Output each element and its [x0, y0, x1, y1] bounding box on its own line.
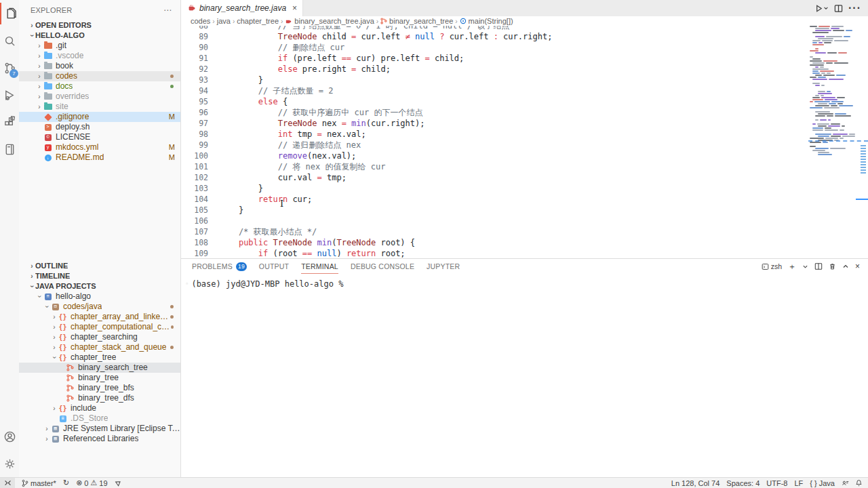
feedback-icon[interactable] — [842, 479, 849, 487]
tree-item-chapter-searching[interactable]: ›{}chapter_searching — [19, 332, 180, 342]
status-spaces-4[interactable]: Spaces: 4 — [726, 479, 760, 487]
chevron-collapsed-icon[interactable]: › — [51, 403, 58, 413]
code-line-99[interactable]: 99 // 递归删除结点 nex — [181, 140, 807, 150]
search-icon[interactable] — [0, 27, 19, 54]
breadcrumb-item-chapter-tree[interactable]: chapter_tree — [237, 17, 279, 25]
code-line-91[interactable]: 91 if (pre.left == cur) pre.left = child… — [181, 53, 807, 64]
section-java-projects[interactable]: ›JAVA PROJECTS — [19, 281, 180, 291]
code-line-104[interactable]: 104 return cur; — [181, 194, 807, 205]
status-utf-8[interactable]: UTF-8 — [766, 479, 787, 487]
chevron-expanded-icon[interactable]: › — [50, 354, 60, 361]
status-ln-128-col-74[interactable]: Ln 128, Col 74 — [671, 479, 720, 487]
breadcrumb-item-codes[interactable]: codes — [191, 17, 210, 25]
code-line-108[interactable]: 108 public TreeNode min(TreeNode root) { — [181, 237, 807, 248]
code-line-109[interactable]: 109 if (root == null) return root; — [181, 248, 807, 258]
panel-tab-problems[interactable]: PROBLEMS19 — [192, 259, 247, 274]
tab-close-icon[interactable]: × — [292, 3, 297, 13]
tree-item-binary-tree-bfs[interactable]: binary_tree_bfs — [19, 383, 180, 393]
code-line-88[interactable]: 88 // 当子结点数量 = 0 / 1 时, child = null / 该… — [181, 26, 807, 31]
panel-tab-jupyter[interactable]: JUPYTER — [427, 259, 460, 274]
chevron-expanded-icon[interactable]: › — [35, 293, 45, 300]
chevron-expanded-icon[interactable]: › — [42, 304, 52, 310]
more-actions-icon[interactable]: ··· — [848, 2, 861, 14]
tree-item-book[interactable]: ›book — [19, 61, 180, 71]
tree-item-ds-store[interactable]: ≣.DS_Store — [19, 413, 180, 424]
chevron-collapsed-icon[interactable]: › — [51, 342, 58, 352]
split-terminal-icon[interactable] — [814, 262, 823, 270]
explorer-icon[interactable] — [0, 0, 19, 27]
tree-item-jre-system-library-eclipse-temurin-17-17[interactable]: ›▤JRE System Library [Eclipse Temurin 17… — [19, 424, 180, 434]
close-panel-icon[interactable]: × — [855, 262, 860, 271]
status-lf[interactable]: LF — [794, 479, 803, 487]
chevron-collapsed-icon[interactable]: › — [36, 61, 43, 71]
tree-item-codes[interactable]: ›codes — [19, 71, 180, 81]
panel-tab-debug-console[interactable]: DEBUG CONSOLE — [351, 259, 414, 274]
chevron-collapsed-icon[interactable]: › — [51, 322, 58, 332]
tree-item-chapter-tree[interactable]: ›{}chapter_tree — [19, 352, 180, 363]
maximize-panel-icon[interactable] — [842, 263, 849, 270]
chevron-expanded-icon[interactable]: › — [27, 33, 37, 39]
tree-item-chapter-stack-and-queue[interactable]: ›{}chapter_stack_and_queue — [19, 342, 180, 352]
problems-status[interactable]: ⊗ 0 ⚠ 19 — [76, 479, 107, 487]
code-line-95[interactable]: 95 else { — [181, 96, 807, 107]
chevron-collapsed-icon[interactable]: › — [51, 312, 58, 322]
tree-item-deploy-sh[interactable]: >deploy.sh — [19, 122, 180, 132]
section-outline[interactable]: ›OUTLINE — [19, 261, 180, 271]
status-java[interactable]: { } Java — [810, 479, 835, 487]
chevron-collapsed-icon[interactable]: › — [28, 20, 35, 30]
tree-item-codes-java[interactable]: ›⊟codes/java — [19, 302, 180, 312]
run-java-button[interactable] — [814, 4, 829, 13]
source-control-icon[interactable]: 7 — [0, 54, 19, 81]
breadcrumb-item-java[interactable]: java — [217, 17, 231, 25]
code-line-105[interactable]: 105 } — [181, 205, 807, 216]
code-line-101[interactable]: 101 // 将 nex 的值复制给 cur — [181, 161, 807, 172]
tree-item-docs[interactable]: ›docs — [19, 81, 180, 92]
tree-item-overrides[interactable]: ›overrides — [19, 92, 180, 102]
tree-item-readme-md[interactable]: ↓README.mdM — [19, 152, 180, 163]
run-debug-icon[interactable] — [0, 81, 19, 108]
chevron-collapsed-icon[interactable]: › — [36, 102, 43, 112]
chevron-collapsed-icon[interactable]: › — [28, 271, 35, 281]
tree-item-mkdocs-yml[interactable]: ymkdocs.ymlM — [19, 142, 180, 152]
chevron-collapsed-icon[interactable]: › — [36, 81, 43, 92]
code-line-90[interactable]: 90 // 删除结点 cur — [181, 42, 807, 53]
tree-item-include[interactable]: ›{}include — [19, 403, 180, 413]
chevron-collapsed-icon[interactable]: › — [43, 434, 50, 444]
new-terminal-button[interactable]: ＋ — [788, 261, 796, 272]
kill-terminal-icon[interactable] — [829, 262, 836, 270]
notebook-icon[interactable] — [0, 136, 19, 163]
code-line-100[interactable]: 100 remove(nex.val); — [181, 150, 807, 161]
section-open-editors[interactable]: ›OPEN EDITORS — [19, 20, 180, 30]
code-line-98[interactable]: 98 int tmp = nex.val; — [181, 129, 807, 140]
code-editor[interactable]: 88 // 当子结点数量 = 0 / 1 时, child = null / 该… — [181, 26, 868, 258]
account-icon[interactable] — [0, 423, 19, 450]
sync-button[interactable]: ↻ — [63, 479, 69, 487]
panel-tab-terminal[interactable]: TERMINAL — [301, 259, 338, 274]
tab-binary-search-tree[interactable]: binary_search_tree.java × — [181, 0, 303, 16]
git-branch-status[interactable]: master* — [22, 479, 56, 487]
explorer-more-icon[interactable]: ⋯ — [163, 5, 172, 15]
remote-indicator[interactable] — [0, 478, 15, 488]
tree-item-referenced-libraries[interactable]: ›▤Referenced Libraries — [19, 434, 180, 444]
panel-tab-output[interactable]: OUTPUT — [259, 259, 289, 274]
split-editor-icon[interactable] — [834, 4, 843, 13]
breadcrumb-item-binary-search-tree-java[interactable]: binary_search_tree.java — [285, 17, 374, 25]
code-line-93[interactable]: 93 } — [181, 75, 807, 85]
chevron-collapsed-icon[interactable]: › — [36, 92, 43, 102]
tree-item-chapter-computational-complexity[interactable]: ›{}chapter_computational_complexity — [19, 322, 180, 332]
tree-item-binary-tree[interactable]: binary_tree — [19, 373, 180, 383]
code-line-102[interactable]: 102 cur.val = tmp; — [181, 172, 807, 183]
tree-item-binary-search-tree[interactable]: binary_search_tree — [19, 363, 180, 373]
code-line-103[interactable]: 103 } — [181, 183, 807, 194]
code-line-94[interactable]: 94 // 子结点数量 = 2 — [181, 85, 807, 96]
section-timeline[interactable]: ›TIMELINE — [19, 271, 180, 281]
code-line-107[interactable]: 107 /* 获取最小结点 */ — [181, 226, 807, 237]
tree-item-chapter-array-and-linkedlist[interactable]: ›{}chapter_array_and_linkedlist — [19, 312, 180, 322]
tree-item-license[interactable]: ©LICENSE — [19, 132, 180, 142]
tree-item-hello-algo[interactable]: ›≡hello-algo — [19, 291, 180, 302]
chevron-collapsed-icon[interactable]: › — [28, 261, 35, 271]
tree-item-site[interactable]: ›site — [19, 102, 180, 112]
terminal-shell-selector[interactable]: zsh — [762, 262, 782, 270]
chevron-expanded-icon[interactable]: › — [27, 283, 37, 290]
chevron-down-icon[interactable] — [802, 264, 808, 270]
